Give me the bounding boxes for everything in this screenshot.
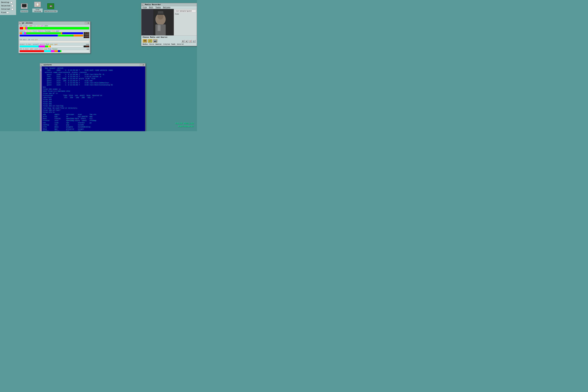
sysact-bar	[20, 46, 83, 48]
gfx-bar	[20, 50, 89, 52]
memory-bar2	[20, 34, 83, 36]
winterm-titlebar: — winterm □ ▣	[40, 64, 145, 66]
winterm-close-btn[interactable]: —	[41, 64, 43, 66]
watermark-line2: PHOTOGRAPHY	[175, 125, 194, 128]
media-icon-movie[interactable]: 🎞	[143, 39, 147, 42]
gfx-section-label: Gfx 0.2sec: intr vsch ioctl swap frut fi…	[20, 48, 58, 50]
toolbar-item-desktop[interactable]: Desktop	[0, 1, 16, 4]
svg-rect-6	[158, 25, 161, 31]
menu-edit[interactable]: Edit	[149, 6, 153, 8]
media-task-info: Task: General	[171, 43, 184, 45]
sysact-max: 1000	[86, 44, 89, 46]
toolbar-label-desktop: Desktop	[1, 1, 9, 4]
watermark-line1: SALIM MUELLER	[175, 122, 194, 125]
cpuwait-bar	[20, 41, 89, 43]
cpuwait-section-label: CPU Wait: io swap pio	[20, 39, 89, 40]
console-icon-image	[21, 2, 28, 10]
left-toolbar: Desktop Selected Internet Find	[0, 0, 16, 15]
photographer-watermark: SALIM MUELLER PHOTOGRAPHY	[175, 122, 194, 128]
gr-osview-titlebar: — gr_osview □ ▣	[19, 22, 90, 24]
media-recorder-title: Media Recorder	[145, 4, 161, 6]
menu-options[interactable]: Options	[163, 6, 170, 8]
media-speaker-btn[interactable]: 🔊	[192, 40, 196, 43]
memory-value1: 64.0B	[84, 32, 89, 34]
toolbar-label-find: Find	[1, 12, 6, 14]
media-path: /usr/people/guest	[175, 10, 196, 12]
media-recorder-bottom: Choose Media and Source: 🎞 🎵 📷 ■ ▶ ● 🔊 M…	[141, 36, 197, 46]
media-right-panel: /usr/people/guest File	[174, 9, 197, 36]
media-icon-camera[interactable]: 📷	[153, 39, 157, 42]
gr-osview-body: CPU Usage: user sys intr gfx idle Memory…	[19, 24, 90, 53]
toolbar-item-selected[interactable]: Selected	[0, 4, 16, 8]
toolbar-label-selected: Selected	[1, 5, 10, 7]
media-recorder-body: cam /usr/people/guest File	[141, 9, 197, 36]
cpu-section-label: CPU Usage: user sys intr gfx idle	[20, 25, 89, 27]
media-type-icons: 🎞 🎵 📷	[143, 39, 157, 42]
cpu-bar	[20, 27, 89, 30]
winterm-scroll-thumb[interactable]	[40, 68, 42, 72]
winterm-scrollbar[interactable]: ▲ ▼	[40, 66, 42, 131]
svg-text:cam: cam	[143, 32, 145, 33]
toolbar-checkbox-find[interactable]	[7, 12, 9, 14]
winterm-scroll-up[interactable]: ▲	[40, 67, 42, 68]
media-preview-image: cam	[141, 9, 174, 36]
media-play-btn[interactable]: ▶	[185, 40, 188, 43]
gfx-max: 200	[87, 48, 89, 50]
media-source-info: Source: IndyCam	[155, 43, 170, 45]
media-recorder-menubar: File Edit Tasks Options	[141, 6, 197, 9]
media-preview: cam	[141, 9, 174, 36]
media-info-row: Media: Movie Source: IndyCam Task: Gener…	[143, 43, 196, 45]
sysact-value: 6063	[84, 46, 89, 47]
winterm-min-btn[interactable]: □	[140, 64, 142, 66]
winterm-window: — winterm □ ▣ ▲ ▼ hop -beaver -nolock ro…	[40, 63, 146, 131]
media-media-info: Media: Movie	[143, 43, 154, 45]
sysact-label-row: SysAct 0.2sec: syscall switch fork exec …	[20, 44, 89, 46]
toolbar-checkbox-desktop[interactable]	[11, 2, 12, 4]
gr-osview-close-btn[interactable]: —	[20, 22, 22, 24]
icon-mediarecorder[interactable]: 📼 mediarecorder	[46, 2, 56, 12]
mediarecorder-icon-image: 📼	[47, 2, 54, 10]
menu-file[interactable]: File	[143, 6, 147, 8]
gfx-label-row: Gfx 0.2sec: intr vsch ioctl swap frut fi…	[20, 48, 89, 50]
memory-value2: 24993	[84, 34, 89, 36]
winterm-title: winterm	[44, 64, 52, 66]
sysact-section-label: SysAct 0.2sec: syscall switch fork exec …	[20, 44, 58, 45]
toolbar-checkbox-internet[interactable]	[12, 8, 13, 10]
media-stop-btn[interactable]: ■	[181, 40, 185, 43]
media-icon-audio[interactable]: 🎵	[148, 39, 152, 42]
toolbar-item-internet[interactable]: Internet	[0, 8, 16, 11]
media-recorder-window: — Media Recorder File Edit Tasks Options	[141, 3, 197, 46]
icon-console[interactable]: Console	[19, 2, 30, 12]
winterm-inner: ▲ ▼ hop -beaver -nolock root 2099 1 0 12…	[40, 66, 145, 131]
desktop-icons-area: Console 📋 Icon Catalog 📼 mediarecorder	[19, 1, 56, 12]
gr-osview-title: gr_osview	[22, 22, 33, 24]
winterm-scroll-down[interactable]: ▼	[40, 72, 42, 73]
svg-rect-4	[158, 11, 163, 14]
menu-tasks[interactable]: Tasks	[156, 6, 161, 8]
toolbar-item-find[interactable]: Find	[0, 11, 16, 14]
gr-osview-min-btn[interactable]: □	[85, 22, 87, 24]
icon-catalog[interactable]: 📋 Icon Catalog	[32, 1, 43, 12]
mediarecorder-icon-label: mediarecorder	[44, 10, 58, 12]
desktop: Desktop Selected Internet Find Co	[0, 0, 197, 131]
memory-bar1	[20, 32, 83, 34]
media-file-label: File	[175, 13, 196, 15]
memory-section-label: Memory: kernel fsctl fsdirty fsclean fre…	[20, 30, 89, 32]
toolbar-checkbox-selected[interactable]	[12, 5, 13, 7]
winterm-text: hop -beaver -nolock root 2099 1 0 12:56:…	[43, 67, 113, 131]
catalog-icon-label: Icon Catalog	[32, 8, 43, 12]
choose-media-label: Choose Media and Source:	[143, 36, 196, 38]
catalog-icon-image: 📋	[34, 1, 41, 8]
media-recorder-close-btn[interactable]: —	[142, 4, 144, 6]
toolbar-label-internet: Internet	[1, 8, 10, 10]
media-playback-controls: ■ ▶ ● 🔊	[181, 40, 196, 43]
console-icon-label: Console	[21, 10, 28, 12]
media-record-btn[interactable]: ●	[189, 40, 192, 43]
winterm-max-btn[interactable]: ▣	[143, 64, 145, 66]
gr-osview-window: — gr_osview □ ▣ CPU Usage: user sys intr…	[18, 21, 90, 53]
memory-value3: 24781	[84, 36, 89, 38]
winterm-content: hop -beaver -nolock root 2099 1 0 12:56:…	[42, 66, 114, 131]
media-recorder-titlebar: — Media Recorder	[141, 3, 197, 6]
gr-osview-max-btn[interactable]: ▣	[87, 22, 89, 24]
